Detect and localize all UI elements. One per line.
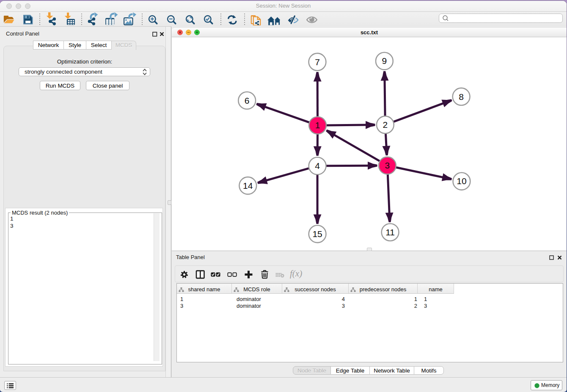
svg-text:1: 1 [315, 120, 320, 130]
svg-text:14: 14 [243, 181, 253, 190]
svg-text:6: 6 [245, 96, 250, 105]
svg-text:7: 7 [315, 57, 320, 67]
svg-text:15: 15 [312, 229, 322, 239]
svg-text:4: 4 [315, 161, 320, 171]
svg-text:3: 3 [385, 160, 390, 170]
svg-text:9: 9 [382, 56, 387, 66]
svg-text:10: 10 [457, 176, 466, 186]
svg-text:11: 11 [385, 227, 395, 237]
svg-text:2: 2 [383, 120, 388, 130]
svg-text:8: 8 [459, 92, 464, 102]
